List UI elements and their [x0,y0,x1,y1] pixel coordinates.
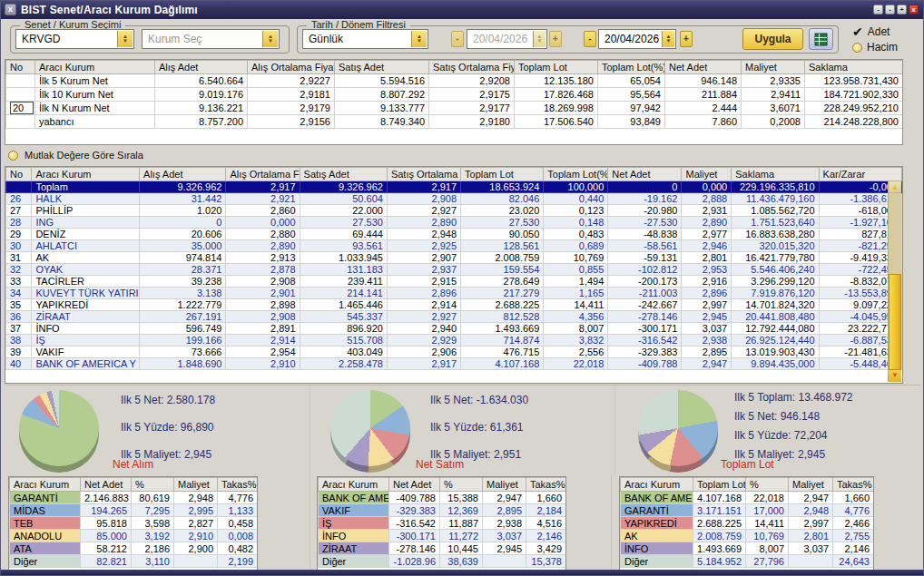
cell: 27.530 [300,217,387,229]
table-row[interactable]: 28ING00,00027.5302,89027.5300,148-27.530… [6,217,902,229]
table-row[interactable]: 40BANK OF AMERICA Y1.848.6902,9102.258.4… [6,358,902,370]
net-satim-chart-panel: Ilk 5 Net: -1.634.030Ilk 5 Yüzde: 61,361… [310,386,614,475]
column-header[interactable]: Toplam Lot(%) [598,61,665,74]
close-icon[interactable]: x [5,4,16,15]
table-row[interactable]: 32OYAK28.3712,878131.1832,937159.5540,85… [6,264,902,276]
cell: 2,938 [682,335,732,347]
table-row[interactable]: 39VAKIF73.6662,954403.0492,906476.7152,5… [6,347,902,358]
column-header: Aracı Kurum [319,478,389,492]
date-to-minus-button[interactable]: - [584,31,596,47]
cell [483,555,526,568]
column-header[interactable]: Alış Adet [140,168,226,181]
restore-button[interactable]: - [885,5,895,15]
table-row: İŞ-316.54211,8872,9384,516 [319,517,566,530]
column-header[interactable]: Satış Ortalama Fiyat [429,61,515,74]
date-from-minus-button[interactable]: - [451,31,464,47]
vertical-scrollbar[interactable]: ▲ ▼ [888,181,901,382]
table-row[interactable]: 27PHİLLİP1.0202,86022.0002,92723.0200,12… [6,205,902,217]
table-row[interactable]: 31AK974.8142,9131.033.9452,9072.008.7591… [6,252,902,264]
cell: 2,947 [682,358,732,370]
spinner-icon[interactable]: ▲▼ [533,31,546,47]
column-header[interactable]: Toplam Lot [461,168,544,181]
spinner-icon[interactable]: ▲▼ [662,31,674,47]
column-header[interactable]: Alış Ortalama Fiyat [248,61,335,74]
chart-stat-line: Ilk 5 Net: 2.580.178 [121,394,215,406]
column-header[interactable]: Saklama [805,61,903,74]
cell: 28.371 [140,264,226,276]
table-row[interactable]: İlk N Kurum Net9.136.2212,91799.133.7772… [6,102,903,115]
cell: 2,466 [833,517,874,530]
cell: KUVEYT TÜRK YATIRI [32,288,140,299]
chevron-updown-icon[interactable]: ▲▼ [262,31,278,47]
chevron-updown-icon[interactable]: ▲▼ [117,31,133,47]
title-bar[interactable]: x BIST Senet/Aracı Kurum Dağılımı - - + … [1,1,923,19]
cell: 69.444 [300,229,387,240]
column-header: Aracı Kurum [621,478,693,492]
cell: 24,643 [833,555,874,568]
cell: 2.146.883 [81,492,132,504]
close-button[interactable]: x [909,5,919,15]
date-to-plus-button[interactable]: + [680,31,693,47]
table-row[interactable]: Toplam9.326.9622,9179.326.9622,91718.653… [6,181,902,193]
table-row[interactable]: 30AHLATCI35.0002,89093.5612,925128.5610,… [6,240,902,252]
chevron-updown-icon[interactable]: ▲▼ [411,31,427,47]
cell: 12.792.444,080 [732,323,819,335]
table-row[interactable]: İlk 10 Kurum Net9.019.1762,91818.807.292… [6,88,903,102]
column-header[interactable]: Toplam Lot [515,61,598,74]
column-header[interactable]: Net Adet [608,168,682,181]
cell: 1.033.945 [300,252,387,264]
period-select[interactable]: Günlük ▲▼ [302,29,428,49]
table-row[interactable]: İlk 5 Kurum Net6.540.6642,92275.594.5162… [6,74,903,88]
cell: 211.884 [665,88,742,102]
date-to-field[interactable]: 20/04/2026 ▲▼ [598,29,676,49]
column-header[interactable]: Aracı Kurum [35,61,155,74]
cell: ANADOLU [10,530,81,542]
cell: 199.166 [140,335,226,347]
date-from-plus-button[interactable]: + [549,31,562,47]
scroll-up-icon[interactable]: ▲ [889,181,901,193]
apply-button[interactable]: Uygula [742,28,803,50]
column-header[interactable]: Maliyet [682,168,732,181]
column-header[interactable]: Maliyet [742,61,805,74]
column-header[interactable]: Aracı Kurum [32,168,140,181]
table-row[interactable]: 26HALK31.4422,92150.6042,90882.0460,440-… [6,193,902,205]
table-row[interactable]: 38İŞ199.1662,914515.7082,929714.8743,832… [6,335,902,347]
table-row[interactable]: 33TACİRLER39.2382,908239.4112,915278.649… [6,276,902,288]
column-header[interactable]: No [6,61,35,74]
cell: 2,938 [483,517,526,530]
scrollbar-thumb[interactable] [889,274,901,370]
column-header[interactable]: No [6,168,32,181]
column-header[interactable]: Alış Adet [155,61,248,74]
column-header[interactable]: Toplam Lot(% [544,168,608,181]
table-row[interactable]: 35YAPIKREDİ1.222.7792,8981.465.4462,9142… [6,299,902,311]
broker-select[interactable]: Kurum Seç ▲▼ [142,29,280,49]
table-row[interactable]: 36ZİRAAT267.1912,908545.3372,927812.5284… [6,311,902,323]
ilk-n-count-input[interactable] [10,102,34,114]
minimize-button[interactable]: - [873,5,883,15]
excel-export-button[interactable] [809,28,833,50]
table-row[interactable]: 29DENİZ20.6062,88069.4442,94890.0500,483… [6,229,902,240]
sort-option[interactable]: Mutlak Değere Göre Sırala [8,150,143,161]
adet-option[interactable]: ✔ Adet [852,25,890,38]
stock-select[interactable]: KRVGD ▲▼ [15,29,134,49]
column-header[interactable]: Satış Adet [335,61,429,74]
toplam-lot-chart-panel: Ilk 5 Toplam: 13.468.972Ilk 5 Net: 946.1… [614,386,921,475]
column-header[interactable]: Satış Adet [300,168,387,181]
scroll-down-icon[interactable]: ▼ [889,370,901,382]
date-from-field[interactable]: 20/04/2026 ▲▼ [467,29,547,49]
column-header[interactable]: Satış Ortalama Fi [387,168,460,181]
net-satim-pie [330,390,410,466]
cell: 159.554 [461,264,544,276]
hacim-option[interactable]: Hacim [852,41,898,54]
table-row[interactable]: yabancı8.757.2002,91568.749.3402,918017.… [6,115,903,129]
column-header[interactable]: Saklama [732,168,819,181]
cell: 2,890 [387,217,460,229]
column-header[interactable]: Kar/Zarar [819,168,901,181]
table-row[interactable]: 37İNFO596.7492,891896.9202,9401.493.6698… [6,323,902,335]
table-row[interactable]: 34KUVEYT TÜRK YATIRI3.1382,901214.1412,8… [6,288,902,299]
cell: 515.708 [300,335,387,347]
column-header[interactable]: Net Adet [665,61,742,74]
column-header[interactable]: Alış Ortalama Fiy [226,168,300,181]
cell: Diğer [621,555,693,568]
maximize-button[interactable]: + [897,5,907,15]
